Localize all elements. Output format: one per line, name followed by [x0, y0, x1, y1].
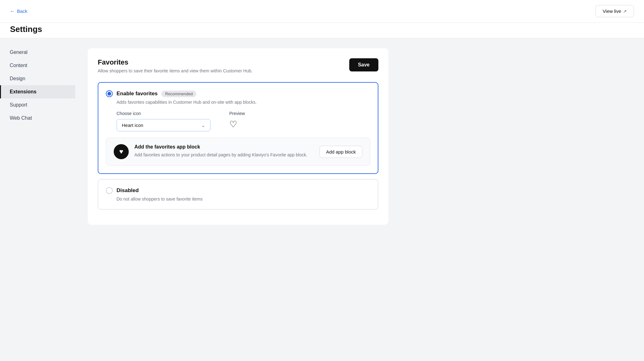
heart-icon-preview: ♡: [229, 119, 245, 129]
main-content: Favorites Allow shoppers to save their f…: [75, 38, 644, 361]
back-arrow-icon: ←: [10, 8, 15, 14]
disabled-radio-button[interactable]: [106, 187, 113, 194]
sidebar: General Content Design Extensions Suppor…: [0, 38, 75, 361]
enable-option-title: Enable favorites: [117, 91, 158, 97]
disabled-option-description: Do not allow shoppers to save favorite i…: [117, 196, 370, 201]
favorites-card: Favorites Allow shoppers to save their f…: [88, 48, 388, 225]
sidebar-item-design[interactable]: Design: [0, 72, 75, 85]
chevron-down-icon: ⌄: [201, 123, 205, 128]
add-app-block-button[interactable]: Add app block: [319, 146, 362, 158]
sidebar-item-general[interactable]: General: [0, 46, 75, 59]
back-link[interactable]: ← Back: [10, 8, 27, 14]
app-block-description: Add favorites actions to your product de…: [134, 152, 314, 158]
sidebar-item-support[interactable]: Support: [0, 98, 75, 112]
back-label: Back: [17, 8, 27, 14]
sidebar-item-web-chat[interactable]: Web Chat: [0, 112, 75, 125]
app-block-card: ♥ Add the favorites app block Add favori…: [106, 138, 370, 166]
recommended-badge: Recommended: [161, 91, 196, 97]
choose-icon-label: Choose icon: [117, 111, 210, 116]
card-description: Allow shoppers to save their favorite it…: [98, 68, 252, 73]
icon-selected-value: Heart icon: [122, 123, 143, 128]
page-title: Settings: [0, 24, 644, 38]
enable-radio-button[interactable]: [106, 90, 113, 97]
sidebar-item-content[interactable]: Content: [0, 59, 75, 72]
external-link-icon: ↗: [623, 9, 627, 14]
card-title: Favorites: [98, 58, 252, 66]
disabled-option-title: Disabled: [117, 187, 139, 194]
app-block-content: Add the favorites app block Add favorite…: [134, 144, 314, 158]
enable-favorites-option[interactable]: Enable favorites Recommended Adds favori…: [98, 82, 378, 174]
app-block-heart-icon: ♥: [114, 144, 129, 159]
view-live-button[interactable]: View live ↗: [595, 5, 634, 17]
save-button[interactable]: Save: [349, 58, 378, 71]
view-live-label: View live: [603, 8, 621, 14]
disabled-option[interactable]: Disabled Do not allow shoppers to save f…: [98, 179, 378, 210]
app-block-title: Add the favorites app block: [134, 144, 314, 150]
enable-option-description: Adds favorites capabilities in Customer …: [117, 100, 370, 105]
icon-dropdown[interactable]: Heart icon ⌄: [117, 119, 210, 131]
sidebar-item-extensions[interactable]: Extensions: [0, 85, 75, 98]
preview-label: Preview: [229, 111, 245, 116]
